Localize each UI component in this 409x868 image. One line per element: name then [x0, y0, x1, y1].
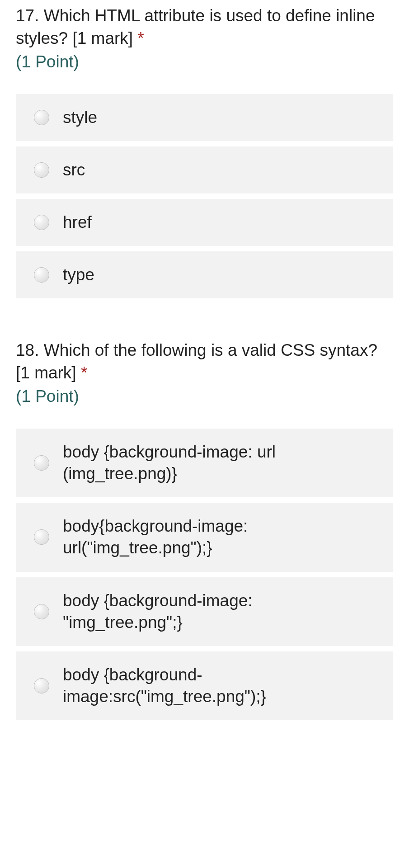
option-label: body {background-image: url (img_tree.pn…	[63, 441, 375, 485]
question-header: 18. Which of the following is a valid CS…	[0, 335, 409, 415]
radio-icon[interactable]	[34, 215, 49, 230]
option-label: body {background-image:src("img_tree.png…	[63, 664, 375, 708]
radio-icon[interactable]	[34, 455, 49, 471]
question-18: 18. Which of the following is a valid CS…	[0, 335, 409, 720]
required-indicator: *	[81, 363, 87, 382]
option-label: href	[63, 212, 92, 233]
option-row[interactable]: type	[16, 251, 393, 298]
question-number: 18.	[16, 341, 39, 359]
question-body: Which HTML attribute is used to define i…	[16, 6, 375, 47]
option-label: style	[63, 107, 97, 128]
option-label: body{background-image: url("img_tree.png…	[63, 515, 375, 559]
options-group: style src href type	[0, 94, 409, 298]
question-header: 17. Which HTML attribute is used to defi…	[0, 0, 409, 80]
radio-icon[interactable]	[34, 604, 49, 619]
points-label: (1 Point)	[16, 52, 393, 71]
question-text: 18. Which of the following is a valid CS…	[16, 339, 393, 384]
options-group: body {background-image: url (img_tree.pn…	[0, 429, 409, 720]
radio-icon[interactable]	[34, 267, 49, 283]
option-row[interactable]: href	[16, 199, 393, 246]
option-row[interactable]: style	[16, 94, 393, 141]
option-row[interactable]: body{background-image: url("img_tree.png…	[16, 503, 393, 571]
option-row[interactable]: body {background-image: url (img_tree.pn…	[16, 429, 393, 497]
points-label: (1 Point)	[16, 387, 393, 406]
question-number: 17.	[16, 6, 39, 25]
question-17: 17. Which HTML attribute is used to defi…	[0, 0, 409, 298]
option-label: body {background-image: "img_tree.png";}	[63, 590, 375, 633]
option-row[interactable]: body {background-image: "img_tree.png";}	[16, 577, 393, 646]
required-indicator: *	[137, 29, 144, 47]
question-text: 17. Which HTML attribute is used to defi…	[16, 5, 393, 50]
radio-icon[interactable]	[34, 678, 49, 693]
option-row[interactable]: body {background-image:src("img_tree.png…	[16, 651, 393, 720]
option-label: src	[63, 159, 85, 181]
question-body: Which of the following is a valid CSS sy…	[16, 341, 377, 382]
radio-icon[interactable]	[34, 529, 49, 545]
radio-icon[interactable]	[34, 162, 49, 178]
option-label: type	[63, 264, 94, 286]
radio-icon[interactable]	[34, 110, 49, 125]
option-row[interactable]: src	[16, 146, 393, 193]
